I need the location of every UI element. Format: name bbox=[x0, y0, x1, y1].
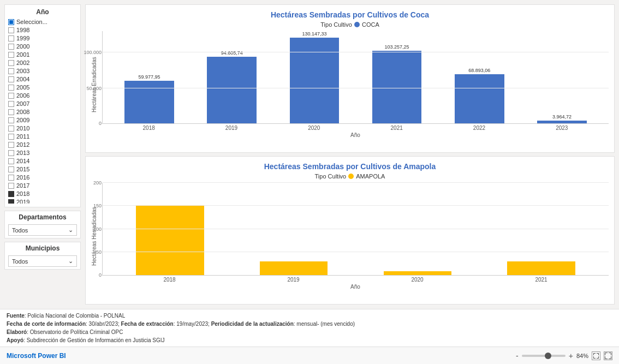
coca-x-axis-labels: 2018 2019 2020 2021 2022 2023 bbox=[102, 124, 609, 131]
year-label-2001: 2001 bbox=[16, 51, 29, 58]
bar-value-2023: 3.964,72 bbox=[552, 114, 572, 120]
year-item-2014[interactable]: 2014 bbox=[8, 157, 77, 165]
year-item-2008[interactable]: 2008 bbox=[8, 108, 77, 116]
year-item-1999[interactable]: 1999 bbox=[8, 34, 77, 42]
footer-fuente-text: : Policía Nacional de Colombia - POLNAL bbox=[25, 313, 126, 319]
year-label-2009: 2009 bbox=[16, 117, 29, 123]
checkbox-empty-icon bbox=[8, 150, 14, 156]
year-label-2018: 2018 bbox=[16, 190, 29, 197]
year-item-2001[interactable]: 2001 bbox=[8, 51, 77, 58]
year-label-2004: 2004 bbox=[16, 76, 29, 82]
checkbox-empty-icon bbox=[8, 142, 14, 148]
year-item-2017[interactable]: 2017 bbox=[8, 182, 77, 189]
year-label-2014: 2014 bbox=[16, 158, 29, 164]
year-label-2016: 2016 bbox=[16, 174, 29, 181]
year-item-2006[interactable]: 2006 bbox=[8, 92, 77, 99]
year-item-2005[interactable]: 2005 bbox=[8, 83, 77, 91]
municipios-dropdown[interactable]: Todos ⌄ bbox=[8, 255, 77, 267]
bar-value-2018: 59.977,95 bbox=[139, 74, 160, 80]
municipios-title: Municipios bbox=[8, 244, 77, 252]
amapola-bar-2018 bbox=[136, 206, 204, 275]
zoom-plus-button[interactable]: + bbox=[569, 351, 573, 360]
year-item-2007[interactable]: 2007 bbox=[8, 100, 77, 108]
coca-legend-label: Tipo Cultivo bbox=[320, 21, 352, 28]
checkbox-empty-icon bbox=[8, 101, 14, 107]
checkbox-empty-icon bbox=[8, 44, 14, 50]
footer-apoyo-text: : Subdirección de Gestión de Información… bbox=[23, 337, 164, 343]
footer-line3: Elaboró: Observatorio de Política Crimin… bbox=[7, 328, 612, 336]
year-filter-box: Año Seleccion... 1998 1999 bbox=[4, 4, 81, 207]
expand-icon[interactable] bbox=[592, 351, 600, 360]
bar-2020 bbox=[290, 38, 340, 123]
main-container: Año Seleccion... 1998 1999 bbox=[0, 0, 619, 364]
year-label-1999: 1999 bbox=[16, 35, 29, 41]
year-item-select-all[interactable]: Seleccion... bbox=[8, 18, 77, 26]
year-item-2004[interactable]: 2004 bbox=[8, 75, 77, 83]
departamentos-box: Departamentos Todos ⌄ bbox=[4, 211, 81, 238]
content-area: Año Seleccion... 1998 1999 bbox=[0, 0, 619, 309]
amapola-x-label-2019: 2019 bbox=[231, 276, 355, 283]
checkbox-empty-icon bbox=[8, 117, 14, 123]
footer-fecha-extraccion-label: Fecha de extracción bbox=[121, 321, 174, 327]
checkbox-empty-icon bbox=[8, 134, 14, 140]
checkbox-empty-icon bbox=[8, 68, 14, 74]
bar-2018 bbox=[124, 81, 174, 123]
x-label-2020: 2020 bbox=[273, 124, 355, 131]
footer-fecha-corte-text: : 30/abr/2023; bbox=[86, 321, 120, 327]
departamentos-dropdown[interactable]: Todos ⌄ bbox=[8, 224, 77, 236]
bar-value-2019: 94.605,74 bbox=[221, 50, 243, 56]
year-label-2002: 2002 bbox=[16, 59, 29, 66]
year-label-2003: 2003 bbox=[16, 68, 29, 74]
year-item-2011[interactable]: 2011 bbox=[8, 133, 77, 140]
amapola-x-label-2020: 2020 bbox=[355, 276, 479, 283]
year-item-2003[interactable]: 2003 bbox=[8, 67, 77, 75]
year-item-2010[interactable]: 2010 bbox=[8, 124, 77, 132]
year-item-1998[interactable]: 1998 bbox=[8, 26, 77, 34]
year-label-2019: 2019 bbox=[16, 199, 29, 204]
year-item-2018[interactable]: 2018 bbox=[8, 190, 77, 198]
coca-bars-area: 100.000 50.000 0 5 bbox=[102, 31, 609, 124]
coca-chart-legend: Tipo Cultivo COCA bbox=[91, 21, 609, 28]
bar-2022 bbox=[455, 74, 504, 123]
checkbox-empty-icon bbox=[8, 35, 14, 41]
amapola-bar-group-2018 bbox=[108, 183, 232, 275]
power-bi-link[interactable]: Microsoft Power BI bbox=[7, 352, 66, 360]
bar-group-2021: 103.257,25 bbox=[356, 31, 438, 123]
coca-chart-plot: 100.000 50.000 0 5 bbox=[102, 31, 609, 138]
bar-group-2018: 59.977,95 bbox=[108, 31, 191, 123]
amapola-y-axis-label: Hectáreas Herradicadas bbox=[91, 183, 102, 290]
year-list: Seleccion... 1998 1999 2000 bbox=[8, 18, 77, 204]
year-item-2009[interactable]: 2009 bbox=[8, 116, 77, 124]
year-item-2016[interactable]: 2016 bbox=[8, 174, 77, 181]
year-item-2000[interactable]: 2000 bbox=[8, 43, 77, 50]
zoom-slider[interactable] bbox=[522, 355, 566, 357]
zoom-minus-button[interactable]: - bbox=[516, 351, 519, 360]
year-item-2012[interactable]: 2012 bbox=[8, 141, 77, 148]
year-item-2019[interactable]: 2019 bbox=[8, 198, 77, 204]
year-label-2007: 2007 bbox=[16, 100, 29, 107]
checkbox-empty-icon bbox=[8, 85, 14, 91]
municipios-value: Todos bbox=[12, 258, 28, 265]
checkbox-filled-icon bbox=[8, 191, 14, 197]
coca-legend-type: COCA bbox=[362, 21, 379, 28]
footer-fecha-extraccion-text: : 19/may/2023; bbox=[174, 321, 210, 327]
bar-value-2020: 130.147,33 bbox=[302, 31, 326, 37]
amapola-bar-group-2019 bbox=[232, 183, 356, 275]
year-item-2015[interactable]: 2015 bbox=[8, 165, 77, 173]
x-label-2022: 2022 bbox=[438, 124, 520, 131]
checkbox-empty-icon bbox=[8, 126, 14, 132]
amapola-legend-type: AMAPOLA bbox=[356, 173, 385, 180]
fullscreen-icon[interactable] bbox=[604, 351, 612, 360]
year-item-2002[interactable]: 2002 bbox=[8, 59, 77, 67]
amapola-bar-2020 bbox=[384, 271, 452, 275]
checkbox-empty-icon bbox=[8, 93, 14, 99]
year-label-2008: 2008 bbox=[16, 109, 29, 115]
footer-periodicidad-text: : mensual- (mes vencido) bbox=[294, 321, 355, 327]
amapola-bars-area: 200 150 100 50 bbox=[102, 183, 609, 276]
amapola-legend-label: Tipo Cultivo bbox=[315, 173, 347, 180]
amapola-bar-chart: Hectáreas Herradicadas 200 150 bbox=[91, 183, 609, 290]
year-item-2013[interactable]: 2013 bbox=[8, 149, 77, 157]
checkbox-empty-icon bbox=[8, 52, 14, 58]
bar-2021 bbox=[372, 51, 422, 124]
amapola-bar-2021 bbox=[507, 261, 575, 275]
